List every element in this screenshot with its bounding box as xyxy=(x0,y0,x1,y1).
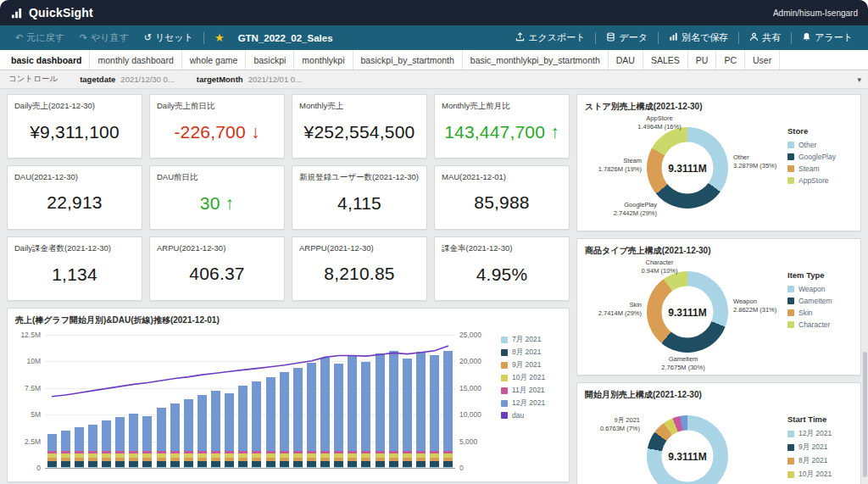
donut-zone: 9.3111M Character0.94M (10%)Weapon2.8622… xyxy=(584,259,787,370)
tab-basickpi[interactable]: basickpi xyxy=(246,50,294,70)
legend-label: 9月 2021 xyxy=(512,360,542,370)
legend-swatch xyxy=(501,400,508,407)
kpi-card[interactable]: DAU前日比30 ↑ xyxy=(149,165,285,230)
tab-whole-game[interactable]: whole game xyxy=(182,50,247,70)
legend-swatch xyxy=(787,142,794,148)
kpi-title: Daily課金者数(2021-12-30) xyxy=(8,237,142,254)
legend-item-7月-2021[interactable]: 7月 2021 xyxy=(501,335,565,345)
legend-item-8月-2021[interactable]: 8月 2021 xyxy=(787,456,854,466)
donut-legend: Item Type WeaponGameItemSkinCharacter xyxy=(787,259,854,370)
favorite-star[interactable]: ★ xyxy=(208,25,231,50)
kpi-card[interactable]: MAU(2021-12-01)85,988 xyxy=(434,165,570,230)
filter-tagetdate[interactable]: tagetdate 2021/12/30 0... xyxy=(80,75,175,84)
start-month-donut-ring[interactable]: 9.3111M xyxy=(647,415,728,484)
toolbar-separator xyxy=(658,32,659,44)
bar-plot[interactable] xyxy=(45,335,455,468)
legend-item-8月-2021[interactable]: 8月 2021 xyxy=(501,348,565,358)
kpi-card[interactable]: 新規登録ユーザー数(2021-12-30)4,115 xyxy=(292,165,427,230)
donut-title: 商品タイプ売上構成(2021-12-30) xyxy=(577,239,860,259)
y-right-tick: 25,000 xyxy=(459,331,481,339)
alert-label: アラート xyxy=(815,31,853,44)
left-column: Daily売上(2021-12-30)¥9,311,100Daily売上前日比-… xyxy=(7,94,570,484)
filter-value: 2021/12/30 0... xyxy=(120,75,174,84)
filter-targetMonth[interactable]: targetMonth 2021/12/01 0... xyxy=(197,75,302,84)
kpi-title: ARPU(2021-12-30) xyxy=(150,237,284,253)
legend-swatch xyxy=(501,349,508,356)
alert-button[interactable]: アラート xyxy=(795,25,860,50)
user-menu[interactable]: Admin/hisum-Isengard xyxy=(773,8,858,18)
legend-item-9月-2021[interactable]: 9月 2021 xyxy=(501,360,565,370)
controls-collapse-icon[interactable]: ▾ xyxy=(857,75,861,84)
store-donut-ring[interactable]: 9.3111M xyxy=(647,127,728,209)
legend-label: Other xyxy=(798,141,816,149)
right-column: ストア別売上構成(2021-12-30) 9.3111M AppStore1.4… xyxy=(576,94,861,484)
kpi-card[interactable]: Daily売上前日比-226,700 ↓ xyxy=(149,94,285,159)
donut-zone: 9.3111M AppStore1.4964M (16%)Other3.2879… xyxy=(584,114,787,226)
donut-center-value: 9.3111M xyxy=(668,306,706,318)
toolbar-separator xyxy=(791,32,792,44)
legend-label: GooglePlay xyxy=(798,153,836,161)
kpi-card[interactable]: ARPU(2021-12-30)406.37 xyxy=(149,236,285,301)
kpi-title: 新規登録ユーザー数(2021-12-30) xyxy=(292,166,426,183)
legend-item-AppStore[interactable]: AppStore xyxy=(787,176,854,185)
kpi-card[interactable]: Monthly売上前月比143,447,700 ↑ xyxy=(434,94,570,159)
donut-callout: 9月 20210.6763M (7%) xyxy=(582,416,640,433)
reset-button[interactable]: ↺ リセット xyxy=(137,25,200,50)
data-button[interactable]: データ xyxy=(599,25,654,50)
kpi-value: 22,913 xyxy=(8,181,142,229)
kpi-card[interactable]: DAU(2021-12-30)22,913 xyxy=(7,165,142,230)
y-left-tick: 12.5M xyxy=(20,331,41,339)
tab-PC[interactable]: PC xyxy=(716,50,745,70)
tab-SALES[interactable]: SALES xyxy=(643,50,688,70)
export-button[interactable]: エクスポート xyxy=(509,25,592,50)
kpi-title: DAU(2021-12-30) xyxy=(8,166,142,181)
toolbar-separator xyxy=(738,32,739,44)
legend-title: Start Time xyxy=(787,414,854,424)
tab-basic-dashboard[interactable]: basic dashboard xyxy=(3,50,90,70)
tab-basic_monthlykpi_by_startmonth[interactable]: basic_monthlykpi_by_startmonth xyxy=(463,50,609,70)
redo-button[interactable]: ↷ やり直す xyxy=(73,25,136,50)
legend-item-Weapon[interactable]: Weapon xyxy=(787,285,854,293)
item-type-donut-ring[interactable]: 9.3111M xyxy=(647,271,728,353)
share-button[interactable]: 共有 xyxy=(743,25,787,50)
kpi-title: DAU前日比 xyxy=(150,166,284,183)
kpi-value: ¥9,311,100 xyxy=(8,112,142,158)
donut-zone: 9.3111M 9月 20210.6763M (7%) xyxy=(584,403,787,484)
legend-item-Skin[interactable]: Skin xyxy=(787,309,854,317)
tab-DAU[interactable]: DAU xyxy=(609,50,643,70)
tab-monthly-dashboard[interactable]: monthly dashboard xyxy=(90,50,181,70)
save-as-button[interactable]: 別名で保存 xyxy=(662,25,735,50)
legend-item-12月-2021[interactable]: 12月 2021 xyxy=(787,429,854,439)
legend-item-Character[interactable]: Character xyxy=(787,320,854,329)
legend-swatch xyxy=(787,286,794,292)
legend-item-Other[interactable]: Other xyxy=(787,141,854,149)
share-label: 共有 xyxy=(762,31,781,44)
legend-item-11月-2021[interactable]: 11月 2021 xyxy=(501,386,565,396)
dau-line-layer xyxy=(45,335,455,468)
legend-item-dau[interactable]: dau xyxy=(501,411,565,420)
legend-item-10月-2021[interactable]: 10月 2021 xyxy=(501,373,565,383)
legend-item-Steam[interactable]: Steam xyxy=(787,164,854,173)
quicksight-logo[interactable]: QuickSight xyxy=(10,6,93,19)
donut-callout: Character0.94M (10%) xyxy=(613,259,706,275)
sales-dau-chart-panel: 売上(棒グラフ開始月別)&DAU(折線)推移(2021-12-01) 12.5M… xyxy=(7,308,570,482)
kpi-card[interactable]: Daily売上(2021-12-30)¥9,311,100 xyxy=(7,94,142,159)
kpi-card[interactable]: Monthly売上¥252,554,500 xyxy=(292,94,427,159)
legend-item-12月-2021[interactable]: 12月 2021 xyxy=(501,398,565,409)
kpi-card[interactable]: 課金率(2021-12-30)4.95% xyxy=(434,236,570,301)
legend-item-GooglePlay[interactable]: GooglePlay xyxy=(787,153,854,161)
tab-basickpi_by_startmonth[interactable]: basickpi_by_startmonth xyxy=(353,50,463,70)
legend-item-10月-2021[interactable]: 10月 2021 xyxy=(787,470,854,480)
legend-item-GameItem[interactable]: GameItem xyxy=(787,297,854,305)
kpi-card[interactable]: ARPPU(2021-12-30)8,210.85 xyxy=(292,236,427,301)
kpi-card[interactable]: Daily課金者数(2021-12-30)1,134 xyxy=(7,236,142,301)
legend-item-9月-2021[interactable]: 9月 2021 xyxy=(787,442,854,453)
tab-monthlykpi[interactable]: monthlykpi xyxy=(294,50,353,70)
donut-legend: Start Time 12月 20219月 20218月 202110月 202… xyxy=(787,403,854,484)
vertical-scrollbar[interactable] xyxy=(863,352,867,477)
undo-button[interactable]: ↶ 元に戻す xyxy=(8,25,71,50)
bar-chart-icon xyxy=(669,32,678,43)
tab-PU[interactable]: PU xyxy=(688,50,717,70)
legend-label: 11月 2021 xyxy=(512,386,545,396)
tab-User[interactable]: User xyxy=(745,50,780,70)
